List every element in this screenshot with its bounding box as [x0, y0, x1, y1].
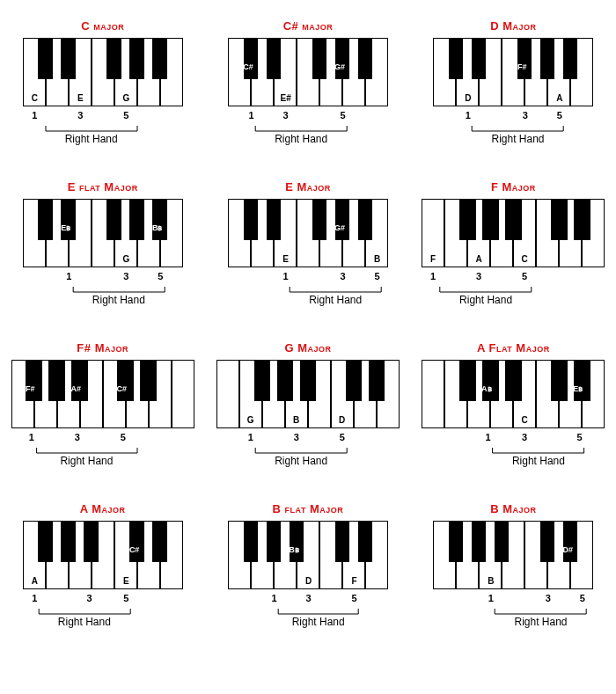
finger-row: 135	[23, 593, 183, 609]
black-key	[84, 521, 98, 562]
finger-number: 5	[155, 271, 165, 281]
black-key	[140, 360, 157, 401]
chord-title: F Major	[491, 180, 536, 194]
black-key	[129, 521, 143, 562]
black-key	[117, 360, 134, 401]
finger-number: 1	[428, 271, 438, 281]
piano-keyboard: EBG#	[228, 199, 388, 267]
black-key	[459, 199, 476, 240]
note-label: D#	[561, 545, 574, 554]
finger-row: 135	[422, 271, 605, 287]
note-label: Eʙ	[572, 384, 584, 393]
finger-number: 1	[482, 432, 493, 442]
piano-keyboard: DFBʙ	[228, 521, 388, 589]
finger-number: 1	[29, 593, 40, 603]
finger-number: 3	[519, 432, 530, 442]
note-label: D	[303, 576, 315, 586]
finger-number: 3	[338, 271, 348, 281]
finger-number: 5	[519, 271, 530, 281]
black-key	[540, 521, 554, 562]
hand-label: Right Hand	[73, 294, 165, 306]
chord-title: F# Major	[77, 341, 128, 354]
hand-label: Right Hand	[255, 133, 347, 145]
chord-diagram: F# MajorF#A#C#135Right Hand	[9, 340, 196, 476]
black-key	[71, 360, 88, 401]
finger-number: 1	[269, 593, 280, 603]
finger-row: 135	[11, 432, 194, 448]
finger-number: 3	[75, 110, 85, 121]
black-key	[346, 360, 363, 401]
finger-number: 5	[337, 432, 348, 442]
black-key	[290, 521, 304, 562]
finger-number: 5	[118, 432, 128, 442]
hand-bracket: Right Hand	[23, 126, 183, 150]
hand-bracket: Right Hand	[433, 609, 593, 633]
piano-keyboard: CAʙEʙ	[422, 360, 605, 428]
hand-bracket: Right Hand	[433, 126, 593, 150]
chord-title: D Major	[490, 19, 536, 33]
note-label: E#	[280, 93, 292, 103]
hand-label: Right Hand	[493, 455, 584, 467]
hand-label: Right Hand	[473, 133, 564, 145]
finger-number: 1	[246, 110, 257, 121]
note-label: G	[120, 93, 132, 103]
chord-diagram: E flat MajorGEʙBʙ135Right Hand	[9, 179, 196, 315]
hand-label: Right Hand	[46, 133, 137, 145]
white-key	[216, 360, 239, 428]
note-label: Aʙ	[480, 384, 493, 393]
chord-title: E flat Major	[68, 180, 138, 194]
chord-diagram: D MajorDAF#135Right Hand	[420, 18, 607, 154]
finger-row: 135	[433, 110, 593, 126]
note-label: A#	[70, 384, 82, 393]
black-key	[358, 199, 372, 240]
piano-keyboard: E#C#G#	[228, 38, 388, 106]
black-key	[152, 521, 166, 562]
finger-number: 3	[281, 110, 291, 121]
note-label: F#	[596, 545, 608, 554]
finger-number: 3	[291, 432, 302, 442]
black-key	[358, 38, 372, 79]
black-key	[335, 199, 349, 240]
hand-bracket: Right Hand	[216, 448, 400, 472]
black-key	[300, 360, 317, 401]
black-key	[38, 38, 52, 79]
piano-keyboard: F#A#C#	[11, 360, 194, 428]
black-key	[482, 199, 499, 240]
chord-diagram: B MajorBD#F#135Right Hand	[420, 500, 607, 637]
black-key	[277, 360, 294, 401]
chord-title: A Flat Major	[477, 341, 550, 354]
finger-row: 135	[23, 271, 183, 287]
black-key	[129, 199, 143, 240]
note-label: E	[280, 254, 292, 264]
hand-label: Right Hand	[290, 294, 381, 306]
white-key	[172, 360, 194, 428]
hand-label: Right Hand	[39, 616, 130, 628]
note-label: C#	[115, 384, 128, 393]
black-key	[61, 199, 75, 240]
black-key	[244, 199, 258, 240]
note-label: A	[554, 93, 566, 103]
hand-label: Right Hand	[278, 616, 358, 628]
black-key	[358, 521, 372, 562]
finger-row: 135	[228, 271, 388, 287]
finger-number: 1	[486, 593, 496, 603]
black-key	[244, 521, 258, 562]
black-key	[48, 360, 65, 401]
finger-number: 5	[121, 110, 131, 121]
note-label: C	[518, 415, 531, 425]
note-label: C#	[128, 545, 141, 554]
note-label: F	[427, 254, 439, 264]
note-label: G	[120, 254, 132, 264]
finger-number: 5	[349, 593, 360, 603]
chord-diagram: C majorCEG135Right Hand	[9, 18, 196, 154]
black-key	[540, 38, 554, 79]
hand-bracket: Right Hand	[228, 287, 388, 311]
black-key	[482, 360, 499, 401]
black-key	[369, 360, 385, 401]
chord-title: G Major	[284, 341, 331, 354]
finger-row: 135	[23, 110, 183, 126]
finger-row: 135	[216, 432, 400, 448]
piano-keyboard: GEʙBʙ	[23, 199, 183, 267]
note-label: G#	[334, 223, 346, 232]
hand-bracket: Right Hand	[422, 287, 605, 311]
